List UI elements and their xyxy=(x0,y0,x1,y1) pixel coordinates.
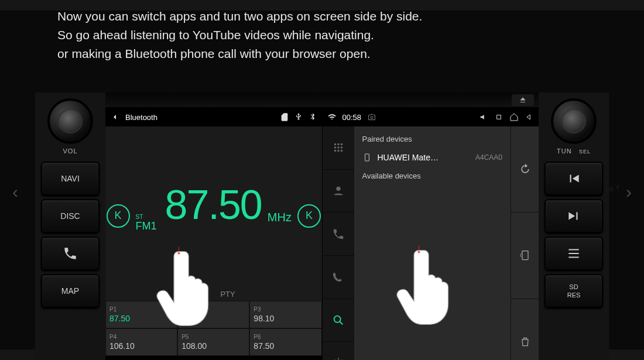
tune-down[interactable]: K xyxy=(107,204,130,228)
stereo-indicator: ST xyxy=(136,214,143,220)
bt-refresh[interactable] xyxy=(511,126,539,212)
available-header: Available devices xyxy=(354,168,511,184)
next-track-button[interactable] xyxy=(544,199,603,233)
phone-device-icon xyxy=(362,153,372,162)
volume-label: VOL xyxy=(63,148,77,155)
sd-res-button[interactable]: SDRES xyxy=(544,274,603,308)
paired-device-row[interactable]: HUAWEI Mate… A4CAA0 xyxy=(354,147,511,168)
bt-device-list: Paired devices HUAWEI Mate… A4CAA0 Avail… xyxy=(354,126,511,360)
marketing-line: Now you can switch apps and tun two apps… xyxy=(57,7,422,26)
bt-right-actions xyxy=(511,126,539,360)
svg-point-12 xyxy=(340,150,342,152)
preset-1[interactable]: P187.50 xyxy=(105,301,177,328)
left-status-bar: Bluetooth xyxy=(105,108,322,126)
volume-icon[interactable] xyxy=(479,112,488,122)
preset-grid: P187.50 P290.10 P398.10 P4106.10 P5108.0… xyxy=(105,301,322,356)
menu-button[interactable] xyxy=(544,236,603,270)
svg-point-4 xyxy=(334,143,336,146)
sd-icon xyxy=(280,112,289,122)
preset-4[interactable]: P4106.10 xyxy=(105,328,177,356)
right-status-bar: 00:58 xyxy=(323,108,539,126)
svg-point-2 xyxy=(371,116,373,119)
back-icon[interactable] xyxy=(110,112,119,122)
svg-point-13 xyxy=(336,187,340,191)
bluetooth-icon xyxy=(308,112,317,122)
app-title: Bluetooth xyxy=(125,113,157,122)
right-screen-bluetooth: 00:58 xyxy=(323,108,539,360)
preset-5[interactable]: P5108.00 xyxy=(177,328,249,356)
carousel-prev[interactable]: ‹ xyxy=(4,180,27,204)
svg-point-9 xyxy=(340,146,342,149)
prev-track-button[interactable] xyxy=(544,162,603,196)
svg-rect-17 xyxy=(522,251,528,260)
svg-point-14 xyxy=(334,316,340,323)
head-unit: VOL NAVI DISC MAP Bluetooth xyxy=(35,92,609,360)
tune-label: TUN SEL xyxy=(557,148,591,155)
usb-icon xyxy=(294,112,303,122)
bt-music-tab[interactable] xyxy=(323,256,354,299)
svg-rect-3 xyxy=(497,115,501,119)
bt-settings-tab[interactable] xyxy=(323,342,354,360)
android-back-icon[interactable] xyxy=(525,112,534,122)
preset-6[interactable]: P687.50 xyxy=(249,328,321,356)
device-name: HUAWEI Mate… xyxy=(378,153,439,162)
bt-history-tab[interactable] xyxy=(323,212,354,256)
left-screen-radio: Bluetooth K ST xyxy=(105,108,323,360)
disc-slot xyxy=(105,92,539,108)
bt-sidebar xyxy=(323,126,354,360)
bt-dialpad-tab[interactable] xyxy=(323,126,354,170)
disc-button[interactable]: DISC xyxy=(41,199,100,233)
phone-button[interactable] xyxy=(41,236,100,270)
svg-rect-16 xyxy=(365,154,369,161)
map-button[interactable]: MAP xyxy=(41,274,100,308)
radio-sub-buttons: A PTY xyxy=(105,287,322,301)
navi-button[interactable]: NAVI xyxy=(41,162,100,196)
frequency-display: K ST FM1 87.50 MHz K xyxy=(105,126,322,287)
signal-button[interactable] xyxy=(192,356,235,360)
tune-up[interactable]: K xyxy=(297,204,321,228)
eject-button[interactable] xyxy=(512,94,534,106)
carousel-next[interactable]: › xyxy=(617,180,640,204)
tune-knob[interactable] xyxy=(551,98,597,144)
camera-icon xyxy=(367,112,376,122)
svg-point-6 xyxy=(340,143,342,146)
bt-contacts-tab[interactable] xyxy=(323,170,354,213)
ta-button[interactable]: A xyxy=(192,290,197,299)
home-icon[interactable] xyxy=(509,112,519,122)
svg-point-10 xyxy=(334,150,336,152)
svg-point-8 xyxy=(337,146,340,149)
band-label: FM1 xyxy=(136,220,157,232)
am-button[interactable]: AM xyxy=(235,356,279,360)
brightness-icon[interactable] xyxy=(494,112,503,122)
pty-button[interactable]: PTY xyxy=(220,290,235,299)
preset-3[interactable]: P398.10 xyxy=(249,301,321,328)
frequency-value: 87.50 xyxy=(165,181,262,228)
loc-button[interactable] xyxy=(149,356,192,360)
paired-header: Paired devices xyxy=(354,131,511,147)
svg-point-11 xyxy=(337,150,340,152)
marketing-line: or making a Bluetooth phone call with yo… xyxy=(57,44,422,63)
marketing-copy: Now you can switch apps and tun two apps… xyxy=(57,7,422,63)
svg-point-7 xyxy=(334,146,336,149)
bt-delete[interactable] xyxy=(511,299,539,360)
bt-search-tab[interactable] xyxy=(323,299,354,342)
marketing-line: So go ahead listening to YouTube videos … xyxy=(57,26,422,44)
radio-bottom-bar: AM FM xyxy=(105,356,322,360)
frequency-unit: MHz xyxy=(268,211,292,224)
fm-button[interactable]: FM xyxy=(279,356,322,360)
device-mac: A4CAA0 xyxy=(475,153,502,162)
right-hardware-panel: TUN SEL SDRES xyxy=(539,92,609,360)
svg-point-5 xyxy=(337,143,340,146)
left-hardware-panel: VOL NAVI DISC MAP xyxy=(35,92,105,360)
clock: 00:58 xyxy=(342,113,362,122)
wifi-icon xyxy=(327,112,337,122)
preset-2[interactable]: P290.10 xyxy=(177,301,249,328)
scan-button[interactable] xyxy=(105,356,149,360)
bt-disconnect[interactable] xyxy=(511,212,539,299)
volume-knob[interactable] xyxy=(47,98,93,144)
